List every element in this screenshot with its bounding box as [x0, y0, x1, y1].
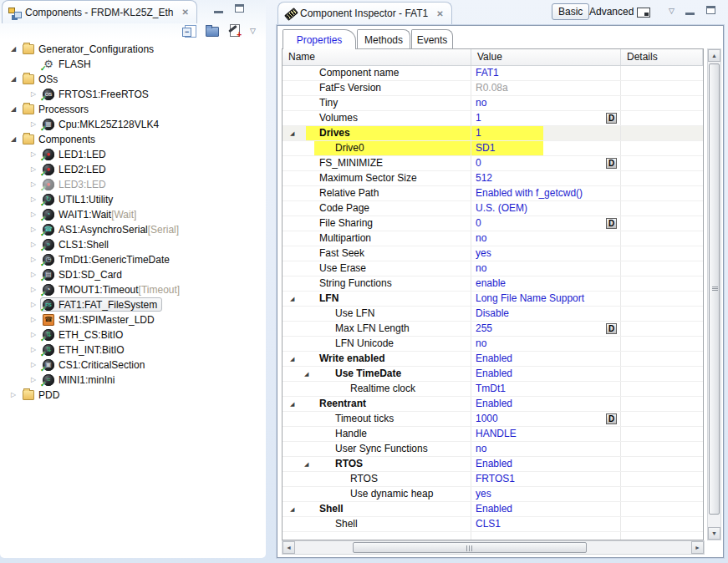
property-row-max-lfn-length[interactable]: Max LFN Length255D: [283, 322, 703, 337]
tree-item-processors[interactable]: ◢Processors: [0, 102, 266, 117]
column-header-value[interactable]: Value: [471, 49, 621, 65]
default-value-button[interactable]: D: [606, 158, 617, 169]
tree-item-sm1-spimaster-ldd[interactable]: ▷☎SM1:SPIMaster_LDD: [0, 312, 266, 327]
property-value-cell[interactable]: Enabled: [471, 397, 621, 411]
filter-folder-icon[interactable]: [205, 24, 219, 38]
property-value-cell[interactable]: no: [471, 261, 621, 276]
property-row-component-name[interactable]: Component nameFAT1: [283, 66, 703, 81]
close-icon[interactable]: ✕: [436, 9, 443, 18]
collapsed-arrow-icon[interactable]: ▷: [31, 255, 36, 264]
tree-item-tmout1-timeout[interactable]: ▷◔✓TMOUT1:Timeout[Timeout]: [0, 282, 266, 297]
tab-properties[interactable]: Properties: [283, 29, 356, 49]
property-value-cell[interactable]: FAT1: [471, 66, 621, 80]
property-row-use-timedate[interactable]: ◢Use TimeDateEnabled: [283, 367, 703, 382]
property-row-fast-seek[interactable]: Fast Seekyes: [283, 246, 703, 261]
window-layout-icon[interactable]: [637, 8, 650, 18]
horizontal-scrollbar[interactable]: ◄ ►: [282, 540, 705, 555]
collapsed-arrow-icon[interactable]: ▷: [31, 195, 36, 204]
collapsed-arrow-icon[interactable]: ▷: [31, 345, 36, 354]
collapsed-arrow-icon[interactable]: ▷: [31, 360, 36, 369]
property-row-lfn-unicode[interactable]: LFN Unicodeno: [283, 337, 703, 352]
property-value-cell[interactable]: 1000D: [471, 412, 621, 426]
tree-item-util1-utility[interactable]: ▷↻✓UTIL1:Utility: [0, 192, 266, 207]
collapsed-arrow-icon[interactable]: ▷: [31, 285, 36, 294]
collapsed-arrow-icon[interactable]: ▷: [31, 300, 36, 309]
property-value-cell[interactable]: no: [471, 96, 621, 110]
expanded-arrow-icon[interactable]: ◢: [11, 104, 16, 114]
minimize-button[interactable]: [685, 8, 695, 15]
collapsed-arrow-icon[interactable]: ▷: [31, 270, 36, 279]
property-row-rtos[interactable]: ◢RTOSEnabled: [283, 457, 703, 472]
property-row-lfn[interactable]: ◢LFNLong File Name Support: [283, 292, 703, 307]
property-row-maximum-sector-size[interactable]: Maximum Sector Size512: [283, 171, 703, 186]
expanded-arrow-icon[interactable]: ◢: [11, 74, 16, 84]
property-value-cell[interactable]: no: [471, 442, 621, 456]
property-value-cell[interactable]: 1D: [471, 111, 621, 125]
property-value-cell[interactable]: 0D: [471, 216, 621, 231]
collapsed-arrow-icon[interactable]: ▷: [31, 375, 36, 384]
property-value-cell[interactable]: Disable: [471, 307, 621, 321]
property-row-fatfs-version[interactable]: FatFs VersionR0.08a: [283, 81, 703, 96]
property-value-cell[interactable]: 512: [471, 171, 621, 185]
property-row-shell[interactable]: ◢ShellEnabled: [283, 502, 703, 517]
tree-item-cs1-criticalsection[interactable]: ▷▣✓CS1:CriticalSection: [0, 358, 266, 373]
property-row-handle[interactable]: HandleHANDLE: [283, 427, 703, 442]
maximize-button[interactable]: [706, 6, 715, 14]
property-value-cell[interactable]: 0D: [471, 156, 621, 170]
expanded-arrow-icon[interactable]: ◢: [290, 356, 294, 363]
maximize-button[interactable]: [235, 4, 244, 13]
scroll-down-button[interactable]: ▼: [708, 527, 720, 540]
default-value-button[interactable]: D: [606, 113, 617, 124]
column-header-details[interactable]: Details: [621, 49, 703, 65]
property-value-cell[interactable]: no: [471, 337, 621, 351]
property-row-use-dynamic-heap[interactable]: Use dynamic heapyes: [283, 487, 703, 502]
tree-item-pdd[interactable]: ▷PDD: [0, 388, 266, 403]
property-value-cell[interactable]: 1: [471, 126, 621, 140]
property-value-cell[interactable]: U.S. (OEM): [471, 201, 621, 216]
collapsed-arrow-icon[interactable]: ▷: [11, 390, 16, 399]
view-menu-icon[interactable]: ▽: [250, 27, 256, 35]
property-row-code-page[interactable]: Code PageU.S. (OEM): [283, 201, 703, 216]
property-value-cell[interactable]: no: [471, 231, 621, 246]
expanded-arrow-icon[interactable]: ◢: [290, 296, 294, 302]
collapsed-arrow-icon[interactable]: ▷: [31, 315, 36, 324]
collapsed-arrow-icon[interactable]: ▷: [31, 225, 36, 234]
tree-item-generator-configurations[interactable]: ◢Generator_Configurations: [0, 42, 266, 57]
tree-item-frtos1-freertos[interactable]: ▷OS✓FRTOS1:FreeRTOS: [0, 87, 266, 102]
property-value-cell[interactable]: Enabled: [471, 352, 621, 366]
scroll-left-button[interactable]: ◄: [283, 541, 295, 554]
tab-events[interactable]: Events: [411, 29, 453, 49]
default-value-button[interactable]: D: [606, 413, 617, 424]
scroll-up-button[interactable]: ▲: [708, 49, 720, 62]
property-row-file-sharing[interactable]: File Sharing0D: [283, 216, 703, 231]
collapsed-arrow-icon[interactable]: ▷: [31, 330, 36, 339]
tree-item-led3-led[interactable]: ▷●✓LED3:LED: [0, 177, 266, 192]
property-value-cell[interactable]: 255D: [471, 322, 621, 336]
collapsed-arrow-icon[interactable]: ▷: [31, 119, 36, 129]
property-row-string-functions[interactable]: String Functionsenable: [283, 276, 703, 292]
property-row-user-sync-functions[interactable]: User Sync Functionsno: [283, 442, 703, 457]
collapsed-arrow-icon[interactable]: ▷: [31, 89, 36, 99]
expanded-arrow-icon[interactable]: ◢: [290, 401, 294, 408]
collapsed-arrow-icon[interactable]: ▷: [31, 210, 36, 219]
scroll-right-button[interactable]: ►: [691, 541, 704, 554]
tree-item-tmdt1-generictimedate[interactable]: ▷◷✓TmDt1:GenericTimeDate: [0, 252, 266, 267]
property-row-drive0[interactable]: Drive0SD1: [283, 141, 703, 156]
collapsed-arrow-icon[interactable]: ▷: [31, 240, 36, 249]
tree-item-cpu-mkl25z128vlk4[interactable]: ▷▦✓Cpu:MKL25Z128VLK4: [0, 117, 266, 132]
property-value-cell[interactable]: HANDLE: [471, 427, 621, 441]
property-value-cell[interactable]: SD1: [471, 141, 621, 155]
property-value-cell[interactable]: CLS1: [471, 517, 621, 531]
minimize-button[interactable]: [214, 6, 223, 13]
advanced-button[interactable]: Advanced: [589, 6, 634, 18]
tree-item-components[interactable]: ◢Components: [0, 132, 266, 147]
property-row-multipartion[interactable]: Multipartionno: [283, 231, 703, 246]
component-doc-icon[interactable]: [227, 24, 242, 38]
expanded-arrow-icon[interactable]: ◢: [304, 371, 308, 378]
tree-item-fat1-fat-filesystem[interactable]: ▷FS✓FAT1:FAT_FileSystem: [0, 297, 266, 312]
collapsed-arrow-icon[interactable]: ▷: [31, 180, 36, 189]
tree-item-eth-cs-bitio[interactable]: ▷⇅✓ETH_CS:BitIO: [0, 327, 266, 342]
tree-item-as1-asynchroserial[interactable]: ▷☎✓AS1:AsynchroSerial[Serial]: [0, 222, 266, 237]
property-row-volumes[interactable]: Volumes1D: [283, 111, 703, 126]
property-row-use-lfn[interactable]: Use LFNDisable: [283, 307, 703, 322]
